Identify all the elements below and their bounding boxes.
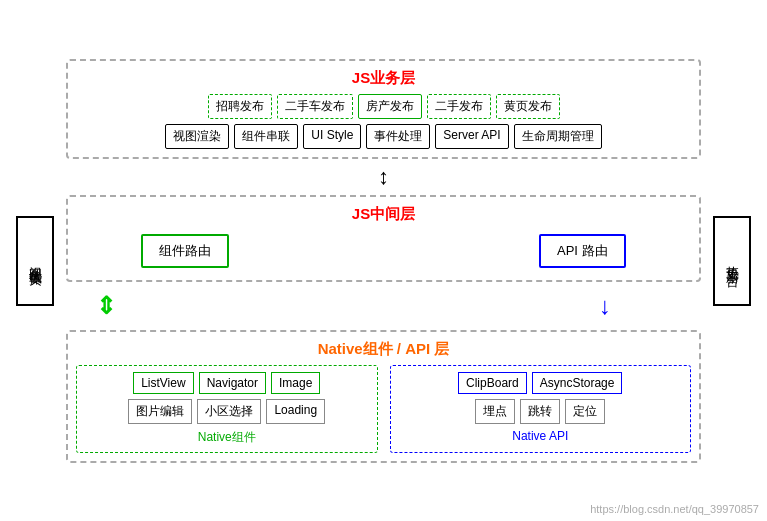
district-tag: 小区选择 xyxy=(197,399,261,424)
listview-tag: ListView xyxy=(133,372,193,394)
mid-to-native-arrows: ⇕ ↓ xyxy=(66,290,701,322)
mid-inner: 组件路由 API 路由 xyxy=(76,230,691,272)
native-inner: ListView Navigator Image 图片编辑 小区选择 Loadi… xyxy=(76,365,691,453)
img-edit-tag: 图片编辑 xyxy=(128,399,192,424)
native-comp-row2: 图片编辑 小区选择 Loading xyxy=(83,399,371,424)
biz-solid-2: 组件串联 xyxy=(234,124,298,149)
biz-solid-1: 视图渲染 xyxy=(165,124,229,149)
biz-tag-4: 二手发布 xyxy=(427,94,491,119)
blue-arrow: ↓ xyxy=(599,292,611,320)
clipboard-tag: ClipBoard xyxy=(458,372,527,394)
left-side-box: 视图载体页 xyxy=(16,216,54,306)
biz-bottom-row: 视图渲染 组件串联 UI Style 事件处理 Server API 生命周期管… xyxy=(76,124,691,149)
biz-tag-2: 二手车发布 xyxy=(277,94,353,119)
green-arrow: ⇕ xyxy=(96,292,116,320)
biz-solid-3: UI Style xyxy=(303,124,361,149)
native-comp-row1: ListView Navigator Image xyxy=(83,372,371,394)
right-box-label: 热更新平台 xyxy=(723,256,741,266)
arrow-biz-mid: ↕ xyxy=(66,167,701,187)
image-tag: Image xyxy=(271,372,320,394)
biz-solid-5: Server API xyxy=(435,124,508,149)
js-mid-layer: JS中间层 组件路由 API 路由 xyxy=(66,195,701,282)
navigator-tag: Navigator xyxy=(199,372,266,394)
right-panel: 热更新平台 xyxy=(707,216,757,306)
biz-tag-5: 黄页发布 xyxy=(496,94,560,119)
native-components-section: ListView Navigator Image 图片编辑 小区选择 Loadi… xyxy=(76,365,378,453)
js-mid-title: JS中间层 xyxy=(76,205,691,224)
biz-solid-4: 事件处理 xyxy=(366,124,430,149)
component-route-box: 组件路由 xyxy=(141,234,229,268)
biz-tag-3: 房产发布 xyxy=(358,94,422,119)
biz-top-row: 招聘发布 二手车发布 房产发布 二手发布 黄页发布 xyxy=(76,94,691,119)
jump-tag: 跳转 xyxy=(520,399,560,424)
tracking-tag: 埋点 xyxy=(475,399,515,424)
loading-tag: Loading xyxy=(266,399,325,424)
location-tag: 定位 xyxy=(565,399,605,424)
js-biz-layer: JS业务层 招聘发布 二手车发布 房产发布 二手发布 黄页发布 视图渲染 组件串… xyxy=(66,59,701,159)
biz-tag-1: 招聘发布 xyxy=(208,94,272,119)
watermark: https://blog.csdn.net/qq_39970857 xyxy=(590,503,759,515)
biz-solid-6: 生命周期管理 xyxy=(514,124,602,149)
updown-arrow: ↕ xyxy=(378,164,389,190)
left-panel: 视图载体页 xyxy=(10,216,60,306)
native-layer: Native组件 / API 层 ListView Navigator Imag… xyxy=(66,330,701,463)
js-biz-title: JS业务层 xyxy=(76,69,691,88)
main-container: 视图载体页 JS业务层 招聘发布 二手车发布 房产发布 二手发布 黄页发布 视图… xyxy=(0,0,767,521)
center-area: JS业务层 招聘发布 二手车发布 房产发布 二手发布 黄页发布 视图渲染 组件串… xyxy=(66,59,701,463)
asyncstorage-tag: AsyncStorage xyxy=(532,372,623,394)
native-api-section: ClipBoard AsyncStorage 埋点 跳转 定位 Native A… xyxy=(390,365,692,453)
native-api-row2: 埋点 跳转 定位 xyxy=(397,399,685,424)
native-comp-label: Native组件 xyxy=(83,429,371,446)
right-side-box: 热更新平台 xyxy=(713,216,751,306)
api-route-box: API 路由 xyxy=(539,234,626,268)
native-title: Native组件 / API 层 xyxy=(76,340,691,359)
native-api-row1: ClipBoard AsyncStorage xyxy=(397,372,685,394)
native-api-label: Native API xyxy=(397,429,685,443)
left-box-label: 视图载体页 xyxy=(26,256,44,266)
